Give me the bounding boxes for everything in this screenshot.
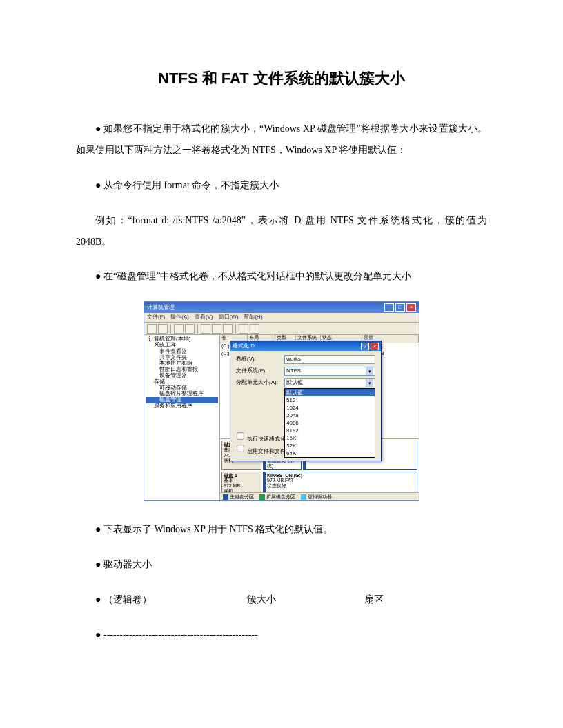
legend: 主磁盘分区 扩展磁盘分区 逻辑驱动器: [220, 492, 419, 501]
allocation-select[interactable]: 默认值▾ 默认值 512 1024 2048 4096 8192 16K 32: [284, 378, 375, 387]
minimize-icon[interactable]: _: [384, 303, 394, 312]
paragraph: 例如：“format d: /fs:NTFS /a:2048”，表示将 D 盘用…: [76, 210, 487, 253]
toolbar-button[interactable]: [212, 324, 221, 334]
dropdown-option[interactable]: 8192: [285, 427, 375, 434]
volume-label-input[interactable]: works: [284, 355, 375, 364]
toolbar-button[interactable]: [201, 324, 210, 334]
help-icon[interactable]: ?: [361, 343, 369, 350]
page-title: NTFS 和 FAT 文件系统的默认簇大小: [76, 62, 487, 95]
divider-line: ----------------------------------------…: [76, 625, 487, 646]
close-icon[interactable]: ×: [371, 343, 379, 350]
menu-item[interactable]: 文件(F): [147, 314, 165, 321]
dropdown-option[interactable]: 4096: [285, 419, 375, 427]
disk-label[interactable]: 磁盘 1 基本 972 MB 联机: [221, 472, 261, 496]
filesystem-select[interactable]: NTFS▾: [284, 367, 375, 376]
format-dialog: 格式化 D: ? × 卷标(V): works 文件系统(F):: [230, 341, 382, 461]
partition[interactable]: KINGSTON (G:) 972 MB FAT 状态良好: [263, 472, 417, 496]
toolbar-button[interactable]: [250, 324, 259, 334]
label-allocation: 分配单元大小(A):: [236, 380, 284, 386]
tree-node[interactable]: 服务和应用程序: [146, 403, 218, 410]
label-filesystem: 文件系统(F):: [236, 368, 284, 374]
toolbar-button[interactable]: [223, 324, 233, 334]
allocation-dropdown: 默认值 512 1024 2048 4096 8192 16K 32K 64K: [284, 388, 375, 458]
dialog-title-text: 格式化 D:: [233, 343, 256, 350]
dropdown-option[interactable]: 512: [285, 396, 375, 404]
paragraph: 从命令行使用 format 命令，不指定簇大小: [76, 175, 487, 196]
toolbar: [144, 323, 419, 335]
column-header: 扇区: [345, 589, 384, 611]
chevron-down-icon[interactable]: ▾: [366, 379, 373, 387]
toolbar-button[interactable]: [239, 324, 248, 334]
paragraph: 如果您不指定用于格式化的簇大小，“Windows XP 磁盘管理”将根据卷大小来…: [76, 119, 487, 161]
toolbar-button[interactable]: [174, 324, 184, 334]
dropdown-option[interactable]: 1024: [285, 404, 375, 412]
menu-item[interactable]: 帮助(H): [244, 314, 262, 321]
close-icon[interactable]: ×: [406, 303, 416, 312]
toolbar-button[interactable]: [158, 324, 168, 334]
dialog-titlebar: 格式化 D: ? ×: [230, 341, 381, 351]
dropdown-option[interactable]: 64K: [285, 449, 375, 457]
window-title-text: 计算机管理: [147, 305, 175, 311]
chevron-down-icon[interactable]: ▾: [366, 367, 373, 375]
label-volume: 卷标(V):: [236, 356, 284, 363]
column-header: 簇大小: [228, 589, 345, 611]
paragraph: 在“磁盘管理”中格式化卷，不从格式化对话框中的默认更改分配单元大小: [76, 266, 487, 287]
paragraph: 驱动器大小: [76, 554, 487, 576]
paragraph: 下表显示了 Windows XP 用于 NTFS 格式化的默认值。: [76, 519, 487, 540]
menu-item[interactable]: 操作(A): [170, 314, 189, 321]
embedded-screenshot: 计算机管理 _ □ × 文件(F) 操作(A) 查看(V) 窗口(W) 帮助(H…: [76, 301, 487, 501]
table-header-row: （逻辑卷） 簇大小 扇区: [76, 589, 487, 611]
disk-row: 磁盘 1 基本 972 MB 联机 KINGSTON (G:) 972 MB F…: [221, 472, 417, 496]
toolbar-button[interactable]: [147, 324, 157, 334]
tree-node[interactable]: 磁盘碎片整理程序: [146, 391, 218, 397]
dropdown-option[interactable]: 2048: [285, 412, 375, 419]
menu-item[interactable]: 查看(V): [195, 314, 213, 321]
column-header: （逻辑卷）: [76, 589, 228, 611]
dropdown-option[interactable]: 16K: [285, 434, 375, 442]
dropdown-option[interactable]: 默认值: [285, 389, 375, 396]
menubar: 文件(F) 操作(A) 查看(V) 窗口(W) 帮助(H): [144, 313, 419, 323]
tree-view: 计算机管理(本地) 系统工具 事件查看器 共享文件夹 本地用户和组 性能日志和警…: [144, 335, 220, 501]
toolbar-button[interactable]: [185, 324, 195, 334]
window-titlebar: 计算机管理 _ □ ×: [144, 302, 419, 313]
maximize-icon[interactable]: □: [395, 303, 405, 312]
dropdown-option[interactable]: 32K: [285, 442, 375, 449]
menu-item[interactable]: 窗口(W): [219, 314, 239, 321]
